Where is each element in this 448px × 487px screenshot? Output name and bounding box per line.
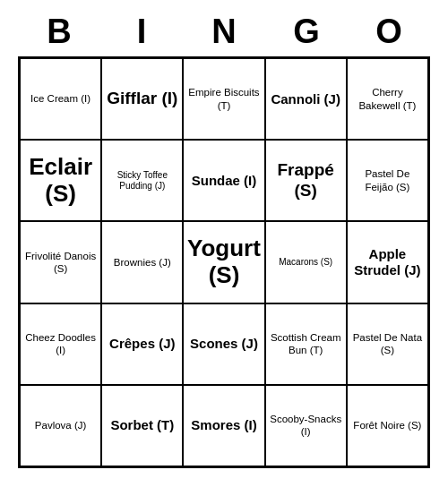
header-letter: I	[100, 9, 183, 55]
grid-cell: Crêpes (J)	[101, 303, 183, 385]
grid-cell: Cheez Doodles (I)	[20, 303, 101, 385]
cell-label: Frivolité Danois (S)	[23, 250, 98, 276]
cell-label: Sundae (I)	[192, 173, 257, 189]
cell-label: Pastel De Feijão (S)	[350, 167, 425, 193]
cell-label: Frappé (S)	[269, 160, 343, 201]
grid-cell: Ice Cream (I)	[20, 58, 101, 140]
grid-cell: Macarons (S)	[265, 221, 347, 303]
cell-label: Ice Cream (I)	[30, 92, 90, 105]
grid-cell: Eclair (S)	[20, 140, 101, 221]
cell-label: Scottish Cream Bun (T)	[269, 331, 343, 357]
bingo-header: BINGO	[18, 9, 430, 55]
grid-cell: Scooby-Snacks (I)	[265, 385, 347, 466]
cell-label: Brownies (J)	[114, 256, 171, 269]
grid-cell: Gifflar (I)	[101, 58, 183, 140]
cell-label: Forêt Noire (S)	[353, 419, 421, 431]
grid-cell: Forêt Noire (S)	[347, 385, 428, 466]
cell-label: Cannoli (J)	[271, 91, 340, 107]
header-letter: O	[348, 9, 430, 55]
cell-label: Empire Biscuits (T)	[186, 86, 261, 112]
cell-label: Scooby-Snacks (I)	[269, 413, 343, 439]
bingo-grid: Ice Cream (I)Gifflar (I)Empire Biscuits …	[18, 56, 430, 468]
grid-cell: Smores (I)	[183, 385, 264, 466]
cell-label: Scones (J)	[190, 336, 258, 352]
grid-cell: Brownies (J)	[101, 221, 183, 303]
cell-label: Eclair (S)	[23, 154, 98, 208]
cell-label: Pavlova (J)	[35, 419, 87, 431]
cell-label: Pastel De Nata (S)	[350, 331, 425, 357]
cell-label: Sorbet (T)	[110, 417, 174, 433]
header-letter: G	[265, 9, 348, 55]
grid-cell: Yogurt (S)	[183, 221, 264, 303]
grid-cell: Cherry Bakewell (T)	[347, 58, 428, 140]
grid-cell: Scones (J)	[183, 303, 264, 385]
cell-label: Cherry Bakewell (T)	[350, 86, 425, 112]
grid-cell: Frappé (S)	[265, 140, 347, 221]
grid-cell: Pastel De Feijão (S)	[347, 140, 428, 221]
cell-label: Sticky Toffee Pudding (J)	[105, 170, 179, 192]
cell-label: Cheez Doodles (I)	[23, 331, 98, 357]
header-letter: N	[183, 9, 265, 55]
grid-cell: Sorbet (T)	[101, 385, 183, 466]
cell-label: Smores (I)	[191, 417, 256, 433]
cell-label: Gifflar (I)	[107, 89, 177, 109]
grid-cell: Pastel De Nata (S)	[347, 303, 428, 385]
grid-cell: Frivolité Danois (S)	[20, 221, 101, 303]
grid-cell: Sticky Toffee Pudding (J)	[101, 140, 183, 221]
cell-label: Macarons (S)	[279, 257, 332, 268]
grid-cell: Scottish Cream Bun (T)	[265, 303, 347, 385]
grid-cell: Pavlova (J)	[20, 385, 101, 466]
grid-cell: Apple Strudel (J)	[347, 221, 428, 303]
cell-label: Yogurt (S)	[186, 235, 261, 289]
cell-label: Apple Strudel (J)	[350, 246, 425, 278]
grid-cell: Empire Biscuits (T)	[183, 58, 264, 140]
grid-cell: Cannoli (J)	[265, 58, 347, 140]
grid-cell: Sundae (I)	[183, 140, 264, 221]
cell-label: Crêpes (J)	[109, 336, 175, 352]
header-letter: B	[18, 9, 100, 55]
